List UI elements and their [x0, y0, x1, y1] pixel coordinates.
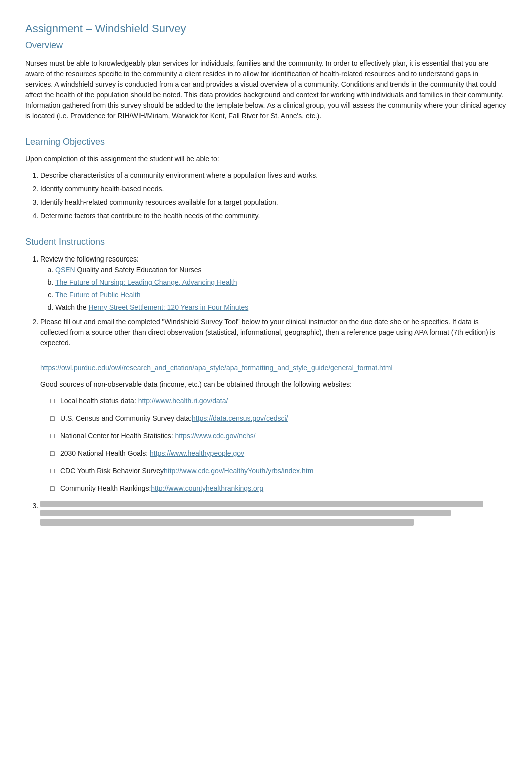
website-4-label: 2030 National Health Goals:: [60, 449, 150, 457]
good-sources-text: Good sources of non-observable data (inc…: [40, 379, 507, 390]
watch-prefix: Watch the: [55, 303, 88, 311]
list-item: Describe characteristics of a community …: [40, 170, 507, 181]
website-6: Community Health Rankings:http://www.cou…: [50, 483, 507, 494]
instruction-2: Please fill out and email the completed …: [40, 317, 507, 494]
resource-c: The Future of Public Health: [55, 290, 507, 300]
website-1-link[interactable]: http://www.health.ri.gov/data/: [138, 397, 228, 405]
list-item: Identify community health-based needs.: [40, 184, 507, 194]
website-6-link[interactable]: http://www.countyhealthrankings.org: [151, 484, 263, 492]
website-3-link[interactable]: https://www.cdc.gov/nchs/: [175, 432, 256, 440]
overview-paragraph: Nurses must be able to knowledgeably pla…: [25, 58, 507, 121]
resource-d: Watch the Henry Street Settlement: 120 Y…: [55, 302, 507, 313]
blurred-content: [40, 501, 507, 526]
website-2-label: U.S. Census and Community Survey data:: [60, 414, 192, 422]
website-4: 2030 National Health Goals: https://www.…: [50, 448, 507, 459]
website-1-label: Local health status data:: [60, 397, 138, 405]
website-3: National Center for Health Statistics: h…: [50, 431, 507, 441]
objectives-list: Describe characteristics of a community …: [40, 170, 507, 221]
learning-objectives-heading: Learning Objectives: [25, 135, 507, 149]
apa-link[interactable]: https://owl.purdue.edu/owl/research_and_…: [40, 363, 507, 373]
website-4-link[interactable]: https://www.healthypeople.gov: [150, 449, 244, 457]
website-5-link[interactable]: http://www.cdc.gov/HealthyYouth/yrbs/ind…: [164, 467, 313, 475]
instruction-1-label: Review the following resources:: [40, 255, 139, 263]
resource-b: The Future of Nursing: Leading Change, A…: [55, 277, 507, 288]
list-item: Identify health-related community resour…: [40, 197, 507, 208]
website-3-label: National Center for Health Statistics:: [60, 432, 175, 440]
qsen-link[interactable]: QSEN: [55, 266, 75, 274]
list-item: Determine factors that contribute to the…: [40, 211, 507, 221]
student-instructions-heading: Student Instructions: [25, 235, 507, 249]
henry-street-link[interactable]: Henry Street Settlement: 120 Years in Fo…: [88, 303, 248, 311]
website-5-label: CDC Youth Risk Behavior Survey: [60, 467, 164, 475]
instructions-list: Review the following resources: QSEN Qua…: [40, 254, 507, 526]
instruction-1: Review the following resources: QSEN Qua…: [40, 254, 507, 313]
website-2-link[interactable]: https://data.census.gov/cedsci/: [192, 414, 288, 422]
website-6-label: Community Health Rankings:: [60, 484, 151, 492]
future-public-health-link[interactable]: The Future of Public Health: [55, 291, 140, 299]
website-5: CDC Youth Risk Behavior Surveyhttp://www…: [50, 466, 507, 476]
instruction-3: [40, 501, 507, 526]
websites-list: Local health status data: http://www.hea…: [50, 396, 507, 494]
overview-subtitle: Overview: [25, 39, 507, 52]
resource-a: QSEN Quality and Safety Education for Nu…: [55, 265, 507, 275]
future-nursing-link[interactable]: The Future of Nursing: Leading Change, A…: [55, 278, 237, 286]
instruction-2-text: Please fill out and email the completed …: [40, 318, 495, 347]
website-1: Local health status data: http://www.hea…: [50, 396, 507, 406]
page-title: Assignment – Windshield Survey: [25, 20, 507, 37]
learning-objectives-intro: Upon completion of this assignment the s…: [25, 154, 507, 164]
resources-list: QSEN Quality and Safety Education for Nu…: [55, 265, 507, 313]
resource-a-text: Quality and Safety Education for Nurses: [75, 266, 202, 274]
website-2: U.S. Census and Community Survey data:ht…: [50, 413, 507, 424]
